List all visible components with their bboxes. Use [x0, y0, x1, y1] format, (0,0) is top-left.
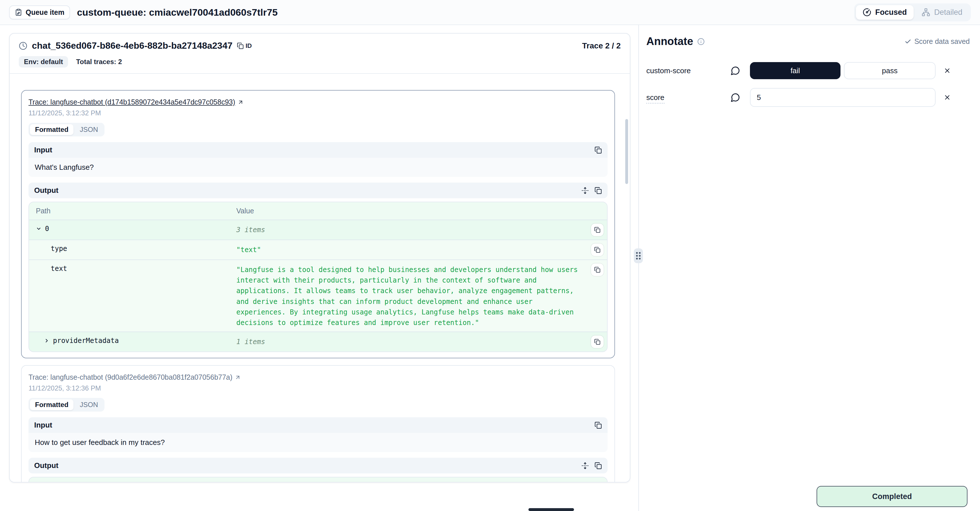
- focused-view-label: Focused: [875, 8, 907, 17]
- env-badge: Env: default: [19, 56, 68, 67]
- queue-item-page: Queue item custom-queue: cmiacwel70041ad…: [0, 0, 980, 511]
- score-name-label: custom-score: [646, 66, 730, 75]
- trace-link-1[interactable]: Trace: langfuse-chatbot (d174b1589072e43…: [29, 98, 244, 106]
- row-value: "text": [236, 244, 584, 255]
- input-section-1: Input What's Langfuse?: [29, 142, 608, 177]
- copy-row-button[interactable]: [591, 336, 604, 348]
- comment-bubble-icon[interactable]: [730, 92, 750, 102]
- delete-score-button[interactable]: [943, 67, 951, 74]
- top-header: Queue item custom-queue: cmiacwel70041ad…: [0, 0, 980, 25]
- output-section-1: Output: [29, 183, 608, 198]
- chevron-down-icon[interactable]: [36, 226, 41, 232]
- row-path: providerMetadata: [53, 337, 119, 345]
- trace-card-2: Trace: langfuse-chatbot (9d0a6f2e6de8670…: [21, 365, 615, 482]
- output-section-2: Output: [29, 458, 608, 473]
- trace-timestamp-1: 11/12/2025, 3:12:32 PM: [29, 109, 608, 117]
- focused-view-button[interactable]: Focused: [856, 5, 914, 20]
- traces-scroll-area: Trace: langfuse-chatbot (d174b1589072e43…: [10, 81, 630, 482]
- clipboard-pen-icon: [15, 8, 22, 16]
- score-row-custom-score: custom-score fail pass: [646, 61, 970, 80]
- score-value-input[interactable]: [750, 88, 935, 107]
- view-mode-toggle: Focused Detailed: [854, 3, 971, 21]
- queue-item-badge: Queue item: [9, 5, 70, 19]
- output-label-2: Output: [34, 461, 58, 470]
- score-option-fail-button[interactable]: fail: [750, 62, 840, 79]
- panel-resize-handle[interactable]: [634, 248, 643, 263]
- trace-timestamp-2: 11/12/2025, 3:12:36 PM: [29, 384, 608, 392]
- row-value: "Langfuse is a tool designed to help bus…: [236, 263, 584, 328]
- annotate-panel: Annotate Score data saved custom-score f…: [646, 35, 970, 115]
- gauge-icon: [863, 8, 871, 16]
- formatted-tab-1[interactable]: Formatted: [30, 124, 73, 135]
- row-value: 3 items: [236, 224, 584, 235]
- vertical-scrollbar-thumb[interactable]: [625, 119, 628, 184]
- output-table-2: Path Value 0 3 items: [29, 477, 608, 482]
- copy-input-button-1[interactable]: [595, 146, 602, 154]
- score-row-score: score: [646, 88, 970, 107]
- total-traces-label: Total traces: 2: [76, 58, 122, 66]
- copy-row-button[interactable]: [591, 244, 604, 256]
- expand-output-button-2[interactable]: [581, 462, 589, 470]
- delete-score-button[interactable]: [943, 94, 951, 101]
- input-section-2: Input How to get user feedback in my tra…: [29, 417, 608, 452]
- copy-row-button[interactable]: [591, 263, 604, 276]
- annotate-title: Annotate: [646, 35, 693, 48]
- input-label-2: Input: [34, 421, 52, 430]
- item-header: chat_536ed067-b86e-4eb6-882b-ba27148a234…: [10, 33, 630, 74]
- json-tab-2[interactable]: JSON: [75, 400, 103, 410]
- info-icon[interactable]: [697, 38, 705, 45]
- comment-bubble-icon[interactable]: [730, 66, 750, 75]
- value-column-header: Value: [236, 207, 584, 215]
- input-label-1: Input: [34, 146, 52, 154]
- table-row: type "text": [29, 240, 607, 260]
- output-label-1: Output: [34, 186, 58, 195]
- item-title: chat_536ed067-b86e-4eb6-882b-ba27148a234…: [32, 40, 232, 51]
- copy-row-button[interactable]: [591, 224, 604, 236]
- format-toggle-1: Formatted JSON: [29, 123, 105, 137]
- copy-id-button[interactable]: ID: [237, 42, 252, 49]
- network-icon: [922, 8, 930, 16]
- path-column-header: Path: [36, 207, 236, 215]
- score-save-status-label: Score data saved: [914, 37, 970, 46]
- queue-item-card: chat_536ed067-b86e-4eb6-882b-ba27148a234…: [9, 33, 630, 482]
- copy-output-button-1[interactable]: [595, 187, 602, 194]
- input-content-1: What's Langfuse?: [29, 158, 608, 177]
- score-save-status: Score data saved: [905, 37, 970, 46]
- table-row: 0 3 items: [29, 220, 607, 240]
- row-path: 0: [45, 225, 49, 233]
- row-path: type: [51, 245, 67, 253]
- table-row: providerMetadata 1 items: [29, 332, 607, 352]
- score-option-pass-button[interactable]: pass: [844, 62, 935, 79]
- queue-item-badge-label: Queue item: [25, 8, 64, 16]
- input-content-2: How to get user feedback in my traces?: [29, 433, 608, 452]
- table-row: text "Langfuse is a tool designed to hel…: [29, 260, 607, 332]
- id-label: ID: [245, 42, 252, 49]
- detailed-view-button[interactable]: Detailed: [915, 5, 969, 20]
- row-path: text: [51, 264, 67, 272]
- copy-output-button-2[interactable]: [595, 462, 602, 470]
- detailed-view-label: Detailed: [934, 8, 963, 17]
- row-value: 1 items: [236, 336, 584, 347]
- trace-link-2[interactable]: Trace: langfuse-chatbot (9d0a6f2e6de8670…: [29, 373, 241, 381]
- trace-counter: Trace 2 / 2: [582, 41, 621, 51]
- format-toggle-2: Formatted JSON: [29, 398, 105, 412]
- chevron-right-icon[interactable]: [44, 338, 49, 344]
- formatted-tab-2[interactable]: Formatted: [30, 400, 73, 410]
- check-icon: [905, 38, 912, 45]
- output-table-1: Path Value 0 3 items: [29, 202, 608, 352]
- expand-output-button-1[interactable]: [581, 187, 589, 194]
- copy-input-button-2[interactable]: [595, 422, 602, 429]
- completed-button[interactable]: Completed: [816, 486, 967, 507]
- page-title: custom-queue: cmiacwel70041ad060s7tlr75: [77, 7, 278, 18]
- copy-icon: [237, 43, 244, 49]
- score-name-label: score: [646, 93, 730, 102]
- external-link-icon: [235, 374, 241, 380]
- horizontal-scrollbar-thumb[interactable]: [528, 508, 574, 511]
- panel-divider: [638, 25, 639, 511]
- clock-icon: [19, 41, 27, 50]
- external-link-icon: [237, 99, 244, 105]
- trace-link-1-label: Trace: langfuse-chatbot (d174b1589072e43…: [29, 98, 235, 106]
- trace-card-1: Trace: langfuse-chatbot (d174b1589072e43…: [21, 90, 615, 358]
- trace-link-2-label: Trace: langfuse-chatbot (9d0a6f2e6de8670…: [29, 373, 232, 381]
- json-tab-1[interactable]: JSON: [75, 124, 103, 135]
